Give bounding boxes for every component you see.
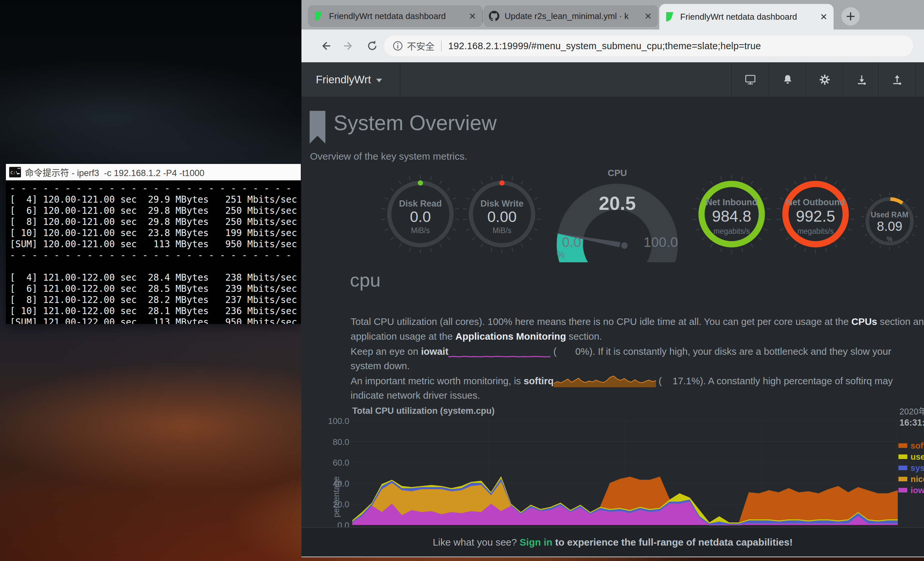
forward-button[interactable] bbox=[339, 37, 358, 55]
gauge-text: 984.8 bbox=[691, 207, 772, 225]
sign-in-link[interactable]: Sign in bbox=[520, 537, 552, 548]
close-icon[interactable] bbox=[819, 12, 828, 21]
tab-title: Update r2s_lean_minimal.yml · k bbox=[505, 11, 639, 21]
terminal-title: 命令提示符 - iperf3 -c 192.168.1.2 -P4 -t1000 bbox=[25, 166, 204, 179]
text-segment: Applications Monitoring bbox=[456, 331, 566, 341]
text-segment: Total CPU utilization (all cores). 100% … bbox=[351, 316, 851, 327]
gauge-text: Disk Read bbox=[380, 199, 461, 209]
legend-item-system[interactable]: system bbox=[898, 462, 924, 474]
iowait-spark[interactable] bbox=[448, 344, 550, 362]
terminal-output: - - - - - - - - - - - - - - - - - - - - … bbox=[6, 180, 301, 324]
legend-item-softirq[interactable]: softirq bbox=[898, 440, 924, 451]
legend-item-iowait[interactable]: iowait bbox=[898, 484, 924, 496]
gauge-text: Net Outbound bbox=[775, 197, 856, 208]
cpu-utilization-chart[interactable] bbox=[352, 418, 898, 526]
legend-label: user bbox=[910, 452, 924, 462]
text-segment: CPUs bbox=[851, 316, 877, 327]
close-icon[interactable] bbox=[468, 12, 477, 21]
text-segment: ( 0%). If it is constantly high, your di… bbox=[550, 346, 891, 357]
text-segment: section. bbox=[566, 331, 602, 341]
host-dropdown[interactable]: FriendlyWrt bbox=[302, 62, 400, 97]
legend-label: system bbox=[910, 463, 924, 473]
text-segment: softirq bbox=[524, 375, 554, 386]
partial-icon-button[interactable] bbox=[915, 62, 924, 97]
y-tick: 20.0 bbox=[302, 499, 349, 510]
close-icon[interactable] bbox=[644, 12, 653, 21]
reload-button[interactable] bbox=[363, 37, 381, 55]
y-tick: 100.0 bbox=[302, 416, 349, 426]
terminal-line: [SUM] 121.00-122.00 sec 113 MBytes 950 M… bbox=[10, 317, 301, 324]
legend-swatch bbox=[898, 477, 907, 481]
gauge-text: Net Inbound bbox=[691, 197, 772, 208]
gauge-text: Used RAM bbox=[858, 211, 921, 220]
text-segment: An important metric worth monitoring, is bbox=[351, 375, 524, 386]
tab-1[interactable]: FriendlyWrt netdata dashboard bbox=[308, 5, 482, 27]
legend-swatch bbox=[898, 488, 907, 492]
gauge-text: CPU bbox=[554, 168, 681, 178]
tab-title: FriendlyWrt netdata dashboard bbox=[680, 12, 814, 22]
legend-swatch bbox=[898, 454, 907, 459]
gear-icon-button[interactable] bbox=[806, 62, 843, 97]
bell-icon-button[interactable] bbox=[768, 62, 806, 97]
netdata-navbar: FriendlyWrt bbox=[302, 62, 924, 97]
terminal-line: [ 10] 120.00-121.00 sec 23.8 MBytes 199 … bbox=[10, 227, 301, 239]
download-icon-button[interactable] bbox=[842, 62, 880, 97]
url-bar[interactable]: 不安全 192.168.2.1:19999/#menu_system_subme… bbox=[384, 35, 913, 56]
tab-separator bbox=[482, 10, 483, 23]
gauge-text: 20.5 bbox=[554, 192, 681, 214]
chevron-down-icon bbox=[376, 79, 382, 82]
tab-title: FriendlyWrt netdata dashboard bbox=[329, 11, 463, 21]
gauge-text: MiB/s bbox=[380, 226, 461, 235]
terminal-line: [ 4] 120.00-121.00 sec 29.9 MBytes 251 M… bbox=[10, 194, 301, 205]
text-segment: ( 17.1%). A constantly high percentage o… bbox=[656, 375, 893, 386]
text-segment: iowait bbox=[421, 346, 448, 357]
browser-toolbar: 不安全 192.168.2.1:19999/#menu_system_subme… bbox=[302, 30, 924, 62]
tab-strip: FriendlyWrt netdata dashboardUpdate r2s_… bbox=[302, 0, 924, 30]
gauge-text: Disk Write bbox=[461, 199, 543, 209]
host-name: FriendlyWrt bbox=[316, 74, 371, 86]
gauge-used-ram[interactable]: Used RAM8.09% bbox=[858, 190, 921, 253]
terminal-titlebar[interactable]: C:\ 命令提示符 - iperf3 -c 192.168.1.2 -P4 -t… bbox=[6, 164, 301, 180]
gauge-cpu[interactable]: CPU20.50.0100.0% bbox=[554, 161, 681, 262]
description-line: Total CPU utilization (all cores). 100% … bbox=[351, 314, 924, 329]
upload-icon-button[interactable] bbox=[878, 62, 915, 97]
netdata-icon bbox=[313, 11, 324, 21]
tab-2[interactable]: Update r2s_lean_minimal.yml · k bbox=[484, 5, 658, 27]
cpu-description: Total CPU utilization (all cores). 100% … bbox=[351, 314, 924, 403]
gauge-text: 0.0 bbox=[562, 235, 581, 250]
legend-item-user[interactable]: user bbox=[898, 451, 924, 462]
new-tab-button[interactable] bbox=[842, 7, 860, 26]
cmd-icon: C:\ bbox=[9, 167, 21, 177]
gauge-disk-read[interactable]: Disk Read0.0MiB/s bbox=[380, 173, 461, 255]
y-tick: 60.0 bbox=[302, 458, 349, 468]
terminal-window: C:\ 命令提示符 - iperf3 -c 192.168.1.2 -P4 -t… bbox=[6, 164, 301, 324]
terminal-line: [ 8] 120.00-121.00 sec 29.8 MBytes 250 M… bbox=[10, 217, 301, 227]
terminal-line: [ 6] 121.00-122.00 sec 28.5 MBytes 239 M… bbox=[10, 283, 301, 295]
gauge-net-outbound[interactable]: Net Outbound992.5megabits/s bbox=[775, 173, 856, 255]
banner-text-post: to experience the full-range of netdata … bbox=[552, 537, 793, 548]
description-line: application usage at the Applications Mo… bbox=[351, 329, 924, 344]
page-title: System Overview bbox=[333, 111, 497, 135]
netdata-page: FriendlyWrt System Overview Overview of … bbox=[302, 62, 924, 556]
back-button[interactable] bbox=[316, 37, 335, 55]
gauge-text: % bbox=[858, 235, 921, 243]
url-text[interactable]: 192.168.2.1:19999/#menu_system_submenu_c… bbox=[448, 41, 761, 51]
svg-text:C:\: C:\ bbox=[10, 170, 18, 175]
terminal-line: - - - - - - - - - - - - - - - - - - - - … bbox=[10, 250, 301, 261]
chart-legend: softirqusersystemniceiowait bbox=[898, 440, 924, 496]
legend-item-nice[interactable]: nice bbox=[898, 474, 924, 484]
y-tick: 40.0 bbox=[302, 479, 349, 489]
description-line: Keep an eye on iowait ( 0%). If it is co… bbox=[351, 344, 924, 358]
terminal-line: [ 10] 121.00-122.00 sec 28.1 MBytes 236 … bbox=[10, 305, 301, 317]
netdata-icon bbox=[664, 12, 675, 22]
tab-3[interactable]: FriendlyWrt netdata dashboard bbox=[659, 4, 834, 30]
description-line: An important metric worth monitoring, is… bbox=[351, 373, 924, 388]
text-segment: application usage at the bbox=[351, 331, 456, 341]
info-icon[interactable] bbox=[393, 41, 403, 51]
gauge-net-inbound[interactable]: Net Inbound984.8megabits/s bbox=[691, 173, 772, 255]
terminal-line: [ 6] 120.00-121.00 sec 29.8 MBytes 250 M… bbox=[10, 205, 301, 217]
display-icon-button[interactable] bbox=[731, 62, 769, 97]
softirq-spark[interactable] bbox=[554, 373, 656, 391]
gauge-disk-write[interactable]: Disk Write0.00MiB/s bbox=[461, 173, 543, 255]
legend-swatch bbox=[898, 466, 907, 470]
